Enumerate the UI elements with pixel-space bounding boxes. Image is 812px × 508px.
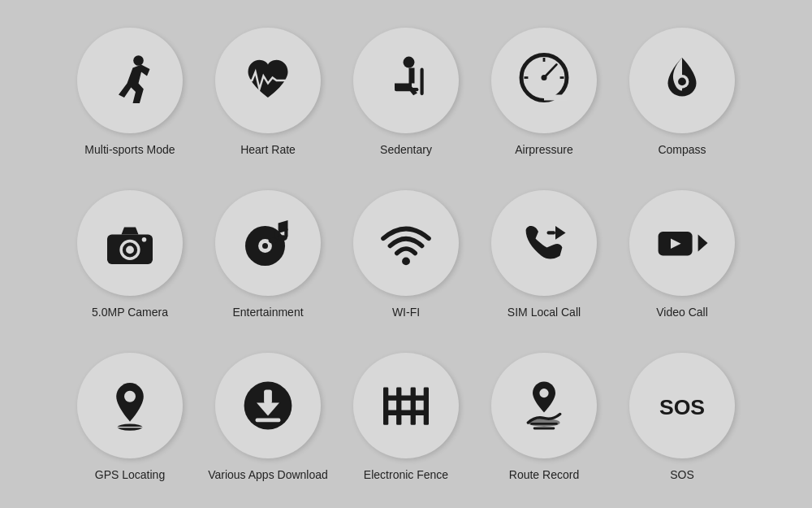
route-record-icon bbox=[516, 377, 572, 434]
label-electronic-fence: Electronic Fence bbox=[364, 468, 448, 481]
icon-circle-heart-rate bbox=[215, 28, 321, 133]
label-route-record: Route Record bbox=[509, 468, 579, 481]
label-sim-local-call: SIM Local Call bbox=[508, 306, 581, 319]
svg-point-1 bbox=[404, 56, 415, 67]
sim-local-call-icon bbox=[516, 215, 572, 271]
icon-circle-camera bbox=[77, 190, 183, 296]
sedentary-icon bbox=[378, 52, 434, 109]
svg-rect-2 bbox=[421, 67, 424, 95]
svg-rect-36 bbox=[383, 395, 429, 400]
icon-circle-entertainment bbox=[215, 190, 321, 296]
item-sim-local-call: SIM Local Call bbox=[491, 190, 597, 319]
item-sedentary: Sedentary bbox=[353, 28, 459, 156]
icon-circle-route-record bbox=[491, 353, 597, 458]
svg-point-22 bbox=[279, 235, 287, 241]
svg-rect-35 bbox=[256, 418, 281, 422]
airpressure-icon bbox=[516, 52, 572, 109]
svg-rect-25 bbox=[547, 231, 556, 234]
multi-sports-icon bbox=[102, 52, 158, 109]
svg-marker-27 bbox=[698, 234, 708, 251]
item-heart-rate: Heart Rate bbox=[215, 28, 321, 156]
apps-download-icon bbox=[240, 377, 296, 434]
svg-text:SOS: SOS bbox=[659, 394, 705, 419]
svg-point-0 bbox=[133, 55, 144, 66]
label-video-call: Video Call bbox=[656, 306, 708, 319]
svg-rect-3 bbox=[395, 88, 418, 91]
svg-point-18 bbox=[262, 243, 268, 249]
icon-circle-video-call bbox=[629, 190, 735, 296]
svg-rect-38 bbox=[383, 387, 388, 424]
svg-point-10 bbox=[678, 77, 686, 85]
features-grid: Multi-sports Mode Heart Rate Seden bbox=[65, 15, 747, 494]
icon-circle-multi-sports bbox=[77, 28, 183, 133]
item-gps-locating: GPS Locating bbox=[77, 353, 183, 481]
entertainment-icon bbox=[240, 215, 296, 271]
svg-rect-41 bbox=[424, 387, 429, 424]
icon-circle-sim-local-call bbox=[491, 190, 597, 296]
item-apps-download: Various Apps Download bbox=[208, 353, 328, 481]
item-sos: SOS SOS bbox=[629, 353, 735, 481]
icon-circle-apps-download bbox=[215, 353, 321, 458]
svg-point-20 bbox=[269, 237, 278, 243]
gps-locating-icon bbox=[102, 377, 158, 434]
label-wifi: WI-FI bbox=[392, 306, 420, 319]
label-airpressure: Airpressure bbox=[515, 143, 573, 156]
icon-circle-gps-locating bbox=[77, 353, 183, 458]
label-entertainment: Entertainment bbox=[232, 306, 303, 319]
item-electronic-fence: Electronic Fence bbox=[353, 353, 459, 481]
svg-point-14 bbox=[126, 245, 134, 254]
label-sedentary: Sedentary bbox=[380, 143, 432, 156]
icon-circle-compass bbox=[629, 28, 735, 133]
wifi-icon bbox=[378, 215, 434, 271]
heart-rate-icon bbox=[240, 52, 296, 109]
item-wifi: WI-FI bbox=[353, 190, 459, 319]
svg-point-42 bbox=[539, 389, 548, 397]
label-camera: 5.0MP Camera bbox=[92, 306, 168, 319]
svg-marker-24 bbox=[555, 226, 566, 240]
label-gps-locating: GPS Locating bbox=[95, 468, 165, 481]
svg-point-23 bbox=[402, 257, 410, 265]
label-multi-sports-mode: Multi-sports Mode bbox=[84, 143, 175, 156]
svg-point-8 bbox=[542, 75, 547, 80]
svg-point-15 bbox=[142, 237, 147, 242]
video-call-icon bbox=[654, 215, 710, 271]
electronic-fence-icon bbox=[378, 377, 434, 434]
svg-rect-39 bbox=[396, 387, 401, 424]
label-sos: SOS bbox=[670, 468, 694, 481]
compass-icon bbox=[654, 52, 710, 109]
item-video-call: Video Call bbox=[629, 190, 735, 319]
svg-rect-37 bbox=[383, 410, 429, 415]
svg-rect-34 bbox=[264, 389, 272, 404]
label-compass: Compass bbox=[658, 143, 706, 156]
item-airpressure: Airpressure bbox=[491, 28, 597, 156]
svg-point-29 bbox=[124, 390, 136, 402]
item-route-record: Route Record bbox=[491, 353, 597, 481]
icon-circle-electronic-fence bbox=[353, 353, 459, 458]
label-apps-download: Various Apps Download bbox=[208, 468, 328, 481]
icon-circle-airpressure bbox=[491, 28, 597, 133]
item-camera: 5.0MP Camera bbox=[77, 190, 183, 319]
icon-circle-sedentary bbox=[353, 28, 459, 133]
item-entertainment: Entertainment bbox=[215, 190, 321, 319]
item-compass: Compass bbox=[629, 28, 735, 156]
icon-circle-wifi bbox=[353, 190, 459, 296]
icon-circle-sos: SOS bbox=[629, 353, 735, 458]
item-multi-sports-mode: Multi-sports Mode bbox=[77, 28, 183, 156]
label-heart-rate: Heart Rate bbox=[240, 143, 296, 156]
camera-icon bbox=[102, 215, 158, 271]
sos-icon: SOS bbox=[654, 377, 710, 434]
svg-rect-40 bbox=[411, 387, 416, 424]
